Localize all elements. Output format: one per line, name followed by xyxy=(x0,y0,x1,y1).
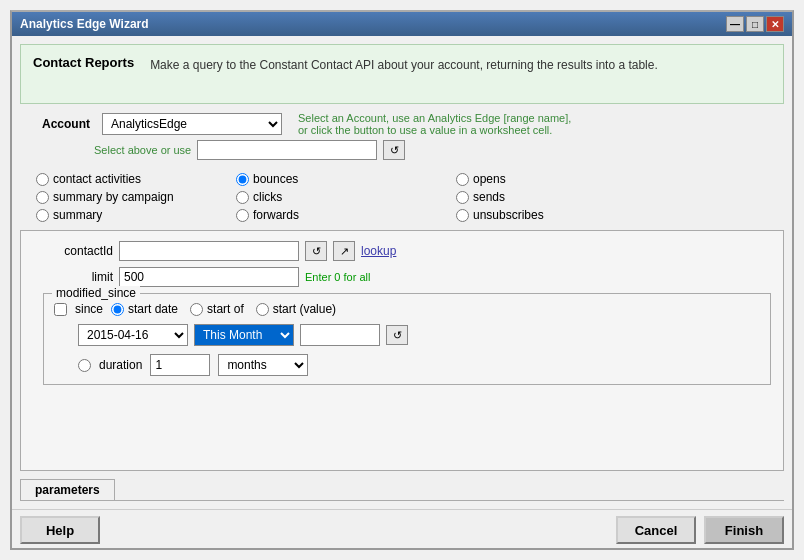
external-icon: ↗ xyxy=(340,245,349,258)
account-label: Account xyxy=(20,117,90,131)
radio-start-of[interactable]: start of xyxy=(190,302,244,316)
refresh-icon-3: ↺ xyxy=(393,329,402,342)
modified-since-legend: modified_since xyxy=(52,286,140,300)
tabs-row: parameters xyxy=(20,479,784,501)
content-area: Contact Reports Make a query to the Cons… xyxy=(12,36,792,509)
modified-since-group: modified_since since start date start of xyxy=(43,293,771,385)
limit-input[interactable] xyxy=(119,267,299,287)
date-row: 2015-04-16 This Month ↺ xyxy=(78,324,760,346)
header-section: Contact Reports Make a query to the Cons… xyxy=(20,44,784,104)
account-row: Account AnalyticsEdge Select an Account,… xyxy=(20,112,784,136)
maximize-button[interactable]: □ xyxy=(746,16,764,32)
tab-parameters[interactable]: parameters xyxy=(20,479,115,500)
footer: Help Cancel Finish xyxy=(12,509,792,548)
months-select[interactable]: months xyxy=(218,354,308,376)
help-button[interactable]: Help xyxy=(20,516,100,544)
radio-summary[interactable]: summary xyxy=(36,208,236,222)
radio-unsubscribes[interactable]: unsubscribes xyxy=(456,208,636,222)
account-select[interactable]: AnalyticsEdge xyxy=(102,113,282,135)
limit-row: limit Enter 0 for all xyxy=(33,267,771,287)
worksheet-cell-input[interactable] xyxy=(197,140,377,160)
duration-input[interactable] xyxy=(150,354,210,376)
contact-id-label: contactId xyxy=(33,244,113,258)
cancel-button[interactable]: Cancel xyxy=(616,516,696,544)
radio-start-value[interactable]: start (value) xyxy=(256,302,336,316)
since-checkbox[interactable] xyxy=(54,303,67,316)
select-or-use-label: Select above or use xyxy=(94,144,191,156)
radio-summary-by-campaign[interactable]: summary by campaign xyxy=(36,190,236,204)
this-month-select[interactable]: This Month xyxy=(194,324,294,346)
since-options: start date start of start (value) xyxy=(111,302,336,316)
radio-clicks[interactable]: clicks xyxy=(236,190,456,204)
radio-start-date[interactable]: start date xyxy=(111,302,178,316)
section-description: Make a query to the Constant Contact API… xyxy=(150,55,658,74)
since-row: since start date start of start (val xyxy=(54,302,760,316)
radio-forwards[interactable]: forwards xyxy=(236,208,456,222)
section-title: Contact Reports xyxy=(33,55,134,70)
footer-right-buttons: Cancel Finish xyxy=(616,516,784,544)
main-window: Analytics Edge Wizard — □ ✕ Contact Repo… xyxy=(10,10,794,550)
refresh-icon: ↺ xyxy=(390,144,399,157)
title-bar: Analytics Edge Wizard — □ ✕ xyxy=(12,12,792,36)
duration-label: duration xyxy=(99,358,142,372)
contact-id-external-button[interactable]: ↗ xyxy=(333,241,355,261)
radio-contact-activities[interactable]: contact activities xyxy=(36,172,236,186)
refresh-button[interactable]: ↺ xyxy=(383,140,405,160)
params-box: contactId ↺ ↗ lookup limit Enter 0 for a… xyxy=(20,230,784,471)
refresh-icon-2: ↺ xyxy=(312,245,321,258)
lookup-link[interactable]: lookup xyxy=(361,244,396,258)
since-label: since xyxy=(75,302,103,316)
duration-row: duration months xyxy=(78,354,760,376)
window-title: Analytics Edge Wizard xyxy=(20,17,149,31)
enter-hint: Enter 0 for all xyxy=(305,271,370,283)
account-hint: Select an Account, use an Analytics Edge… xyxy=(298,112,571,136)
limit-label: limit xyxy=(33,270,113,284)
duration-radio[interactable] xyxy=(78,359,91,372)
radio-sends[interactable]: sends xyxy=(456,190,636,204)
minimize-button[interactable]: — xyxy=(726,16,744,32)
radio-bounces[interactable]: bounces xyxy=(236,172,456,186)
value-input[interactable] xyxy=(300,324,380,346)
value-refresh-button[interactable]: ↺ xyxy=(386,325,408,345)
radio-opens[interactable]: opens xyxy=(456,172,636,186)
contact-id-input[interactable] xyxy=(119,241,299,261)
contact-id-refresh-button[interactable]: ↺ xyxy=(305,241,327,261)
close-button[interactable]: ✕ xyxy=(766,16,784,32)
select-or-use-row: Select above or use ↺ xyxy=(94,140,784,160)
contact-id-row: contactId ↺ ↗ lookup xyxy=(33,241,771,261)
radio-options-group: contact activities bounces opens summary… xyxy=(36,172,784,222)
date-select[interactable]: 2015-04-16 xyxy=(78,324,188,346)
finish-button[interactable]: Finish xyxy=(704,516,784,544)
title-bar-buttons: — □ ✕ xyxy=(726,16,784,32)
